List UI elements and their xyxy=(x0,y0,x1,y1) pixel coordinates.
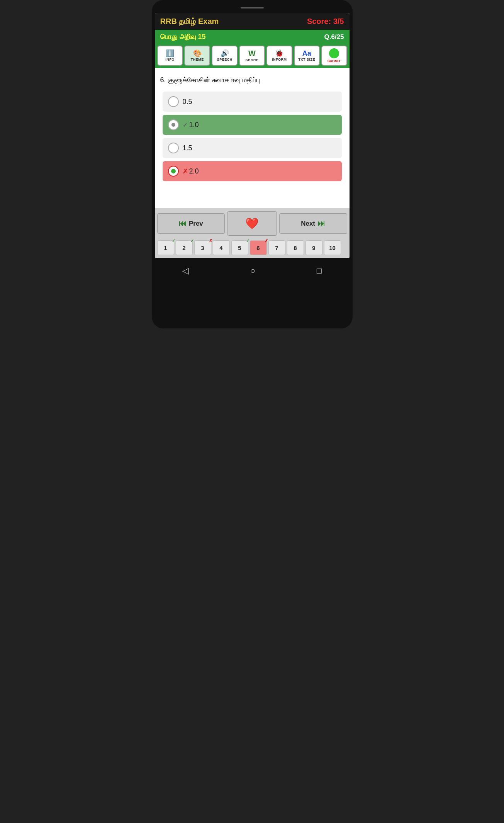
theme-icon: 🎨 xyxy=(193,50,202,57)
option-row-1[interactable]: 0.5 xyxy=(163,92,342,112)
score-display: Score: 3/5 xyxy=(307,17,344,26)
prev-label: Prev xyxy=(189,220,203,228)
qnum-7[interactable]: 7 xyxy=(268,240,285,255)
prev-icon: ⏮ xyxy=(179,219,187,228)
qnum-10[interactable]: 10 xyxy=(324,240,341,255)
radio-1 xyxy=(168,96,179,107)
info-button[interactable]: ℹ️ INFO xyxy=(157,46,183,66)
speech-button[interactable]: 🔊 SPEECH xyxy=(212,46,238,66)
qnum-8[interactable]: 8 xyxy=(287,240,304,255)
question-text: 6. குளூக்கோசின் சுவாச ஈவு மதிப்பு xyxy=(160,75,344,85)
radio-inner-4 xyxy=(171,169,176,173)
inform-button[interactable]: 🐞 INFORM xyxy=(266,46,292,66)
qnum-5[interactable]: 5 ✓ xyxy=(231,240,248,255)
submit-circle-icon xyxy=(329,48,339,58)
status-dots xyxy=(241,7,264,9)
question-number: Q.6/25 xyxy=(324,33,344,41)
correct-mark: ✓ xyxy=(183,121,188,129)
submit-label: SUBMIT xyxy=(328,59,341,63)
speech-label: SPEECH xyxy=(217,58,232,61)
device-nav-bar: ◁ ○ □ xyxy=(152,260,353,283)
category-title: பொது அறிவு 15 xyxy=(160,33,206,41)
prev-button[interactable]: ⏮ Prev xyxy=(157,213,225,234)
options-list: 0.5 ✓ 1.0 1.5 xyxy=(160,92,344,181)
speech-icon: 🔊 xyxy=(221,50,229,57)
option-row-2[interactable]: ✓ 1.0 xyxy=(163,115,342,135)
device-frame: RRB தமிழ் Exam Score: 3/5 பொது அறிவு 15 … xyxy=(152,0,353,328)
next-button[interactable]: Next ⏭ xyxy=(279,213,347,234)
home-button[interactable]: ○ xyxy=(250,266,255,276)
txtsize-icon: Aa xyxy=(302,50,311,57)
app-title: RRB தமிழ் Exam xyxy=(160,17,219,26)
qnum-badge-2: ✓ xyxy=(190,238,194,243)
option-row-4[interactable]: ✗ 2.0 xyxy=(163,161,342,181)
question-area: 6. குளூக்கோசின் சுவாச ஈவு மதிப்பு 0.5 ✓ … xyxy=(155,68,350,185)
radio-2 xyxy=(168,119,179,130)
qnum-9[interactable]: 9 xyxy=(305,240,322,255)
inform-label: INFORM xyxy=(272,58,287,61)
app-container: RRB தமிழ் Exam Score: 3/5 பொது அறிவு 15 … xyxy=(155,13,350,258)
next-label: Next xyxy=(301,220,315,228)
qnum-6[interactable]: 6 ✗ xyxy=(250,240,267,255)
qnum-badge-1: ✓ xyxy=(172,238,175,243)
radio-3 xyxy=(168,143,179,153)
header-top: RRB தமிழ் Exam Score: 3/5 xyxy=(155,13,350,30)
option-text-4: 2.0 xyxy=(189,167,199,175)
share-button[interactable]: W SHARE xyxy=(239,46,265,66)
toolbar: ℹ️ INFO 🎨 THEME 🔊 SPEECH W SHARE 🐞 INFOR… xyxy=(155,44,350,68)
qnum-badge-6: ✗ xyxy=(265,238,268,243)
option-text-2: 1.0 xyxy=(189,121,199,129)
option-text-1: 0.5 xyxy=(183,98,192,106)
question-number-row: 1 ✓ 2 ✓ 3 ✗ 4 5 ✓ 6 ✗ 7 xyxy=(155,239,350,258)
theme-label: THEME xyxy=(191,58,204,61)
qnum-badge-5: ✓ xyxy=(246,238,249,243)
qnum-3[interactable]: 3 ✗ xyxy=(194,240,211,255)
option-row-3[interactable]: 1.5 xyxy=(163,138,342,158)
qnum-1[interactable]: 1 ✓ xyxy=(157,240,174,255)
info-label: INFO xyxy=(165,58,175,61)
txtsize-label: TXT SIZE xyxy=(298,58,315,61)
share-icon: W xyxy=(248,49,256,57)
radio-4 xyxy=(168,166,179,177)
wrong-mark: ✗ xyxy=(183,168,188,175)
back-button[interactable]: ◁ xyxy=(182,266,189,276)
radio-inner-2 xyxy=(171,123,175,127)
qnum-badge-3: ✗ xyxy=(209,238,212,243)
theme-button[interactable]: 🎨 THEME xyxy=(184,46,210,66)
recents-button[interactable]: □ xyxy=(317,266,322,276)
nav-bar: ⏮ Prev ❤️ Next ⏭ xyxy=(155,208,350,239)
share-label: SHARE xyxy=(246,58,259,62)
txtsize-button[interactable]: Aa TXT SIZE xyxy=(294,46,320,66)
option-text-3: 1.5 xyxy=(183,144,192,152)
next-icon: ⏭ xyxy=(317,219,325,228)
header-sub: பொது அறிவு 15 Q.6/25 xyxy=(155,30,350,44)
qnum-4[interactable]: 4 xyxy=(213,240,230,255)
submit-button[interactable]: SUBMIT xyxy=(321,46,347,66)
heart-button[interactable]: ❤️ xyxy=(227,211,277,236)
heart-icon: ❤️ xyxy=(245,217,259,230)
inform-icon: 🐞 xyxy=(275,50,283,57)
status-bar xyxy=(152,5,353,11)
info-icon: ℹ️ xyxy=(166,50,174,57)
qnum-2[interactable]: 2 ✓ xyxy=(176,240,193,255)
